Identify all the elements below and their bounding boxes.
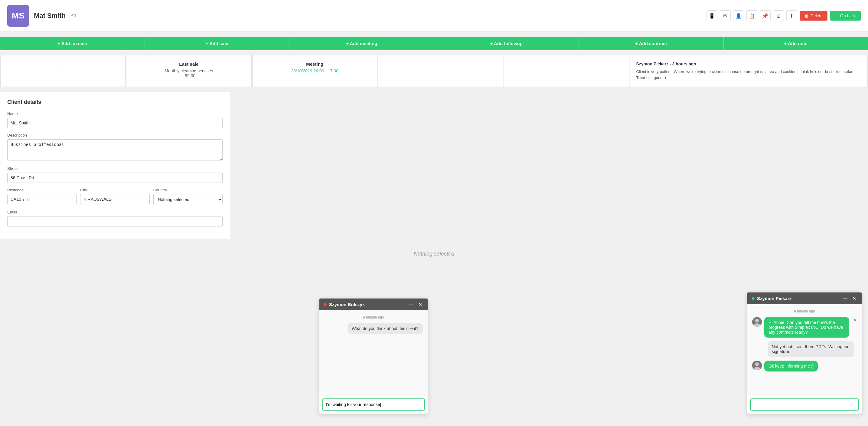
client-details-panel: Client details Name Description Bussines… — [0, 92, 230, 238]
add-sale-button[interactable]: + Add sale — [145, 37, 290, 50]
last-sale-card: Last sale Monthly cleaning services - 99… — [126, 55, 251, 87]
client-name-heading: Mat Smith — [34, 12, 66, 20]
last-sale-line1: Monthly cleaning services — [132, 68, 245, 73]
header: MS Mat Smith 🏷 📱 ✉ 👤 📋 📌 🖨 ⬆ 🗑 Delete ← … — [0, 0, 868, 32]
action-buttons-row: + Add invoice + Add sale + Add meeting +… — [0, 32, 868, 55]
client-details-title: Client details — [7, 99, 223, 105]
country-select[interactable]: Nothing selected — [153, 194, 223, 205]
postcode-label: Postcode — [7, 188, 76, 192]
name-label: Name — [7, 111, 223, 116]
delete-button[interactable]: 🗑 Delete — [800, 11, 828, 21]
main-content: Client details Name Description Bussines… — [0, 92, 868, 275]
add-followup-button[interactable]: + Add followup — [434, 37, 579, 50]
description-label: Description — [7, 133, 223, 138]
mobile-icon-btn[interactable]: 📱 — [707, 10, 717, 21]
contract-card: - — [504, 55, 629, 87]
note-text: Client is very patient. Where we're tryi… — [636, 69, 861, 81]
city-field-group: City — [80, 188, 149, 205]
add-meeting-button[interactable]: + Add meeting — [289, 37, 434, 50]
add-contract-button[interactable]: + Add contract — [579, 37, 724, 50]
avatar: MS — [7, 5, 29, 27]
add-note-button[interactable]: + Add note — [724, 37, 868, 50]
description-field-group: Description Bussines proffesional — [7, 133, 223, 161]
go-back-label: ← Go back — [835, 13, 856, 18]
email-icon-btn[interactable]: ✉ — [720, 10, 731, 21]
meeting-title: Meeting — [258, 61, 371, 66]
email-input[interactable] — [7, 216, 223, 226]
print-icon-btn[interactable]: 🖨 — [773, 10, 784, 21]
person-icon-btn[interactable]: 👤 — [733, 10, 744, 21]
followup-card: - — [378, 55, 503, 87]
city-input[interactable] — [80, 194, 149, 204]
last-sale-title: Last sale — [132, 61, 245, 66]
street-input[interactable] — [7, 173, 223, 183]
invoice-card: - — [0, 55, 125, 87]
country-field-group: Country Nothing selected — [153, 188, 223, 205]
name-field-group: Name — [7, 111, 223, 128]
tag-icon[interactable]: 🏷 — [70, 13, 76, 19]
country-label: Country — [153, 188, 223, 192]
upload-icon-btn[interactable]: ⬆ — [786, 10, 797, 21]
add-invoice-button[interactable]: + Add invoice — [0, 37, 145, 50]
go-back-button[interactable]: ← Go back — [830, 11, 861, 21]
name-input[interactable] — [7, 118, 223, 128]
email-field-group: Email — [7, 210, 223, 226]
email-label: Email — [7, 210, 223, 215]
contract-value: - — [510, 61, 623, 68]
note-author: Szymon Piekarz - 3 hours ago — [636, 61, 861, 66]
pin-icon-btn[interactable]: 📌 — [760, 10, 771, 21]
address-row: Postcode City Country Nothing selected — [7, 188, 223, 210]
trash-icon: 🗑 — [805, 13, 809, 18]
last-sale-line2: - 99.00 — [132, 73, 245, 78]
summary-cards-row: - Last sale Monthly cleaning services - … — [0, 55, 868, 92]
note-card: Szymon Piekarz - 3 hours ago Client is v… — [630, 55, 868, 87]
header-actions: 📱 ✉ 👤 📋 📌 🖨 ⬆ 🗑 Delete ← Go back — [707, 10, 861, 21]
city-label: City — [80, 188, 149, 192]
delete-label: Delete — [810, 13, 823, 18]
copy-icon-btn[interactable]: 📋 — [746, 10, 757, 21]
street-field-group: Street — [7, 166, 223, 183]
postcode-input[interactable] — [7, 194, 76, 204]
meeting-card: Meeting 23/10/2019 16:00 - 17:00 — [252, 55, 377, 87]
invoice-value: - — [7, 61, 119, 68]
street-label: Street — [7, 166, 223, 171]
postcode-field-group: Postcode — [7, 188, 76, 205]
description-textarea[interactable]: Bussines proffesional — [7, 139, 223, 161]
nothing-selected-label: Nothing selected — [0, 238, 868, 269]
meeting-date-link[interactable]: 23/10/2019 16:00 - 17:00 — [291, 68, 338, 73]
followup-value: - — [384, 61, 497, 68]
